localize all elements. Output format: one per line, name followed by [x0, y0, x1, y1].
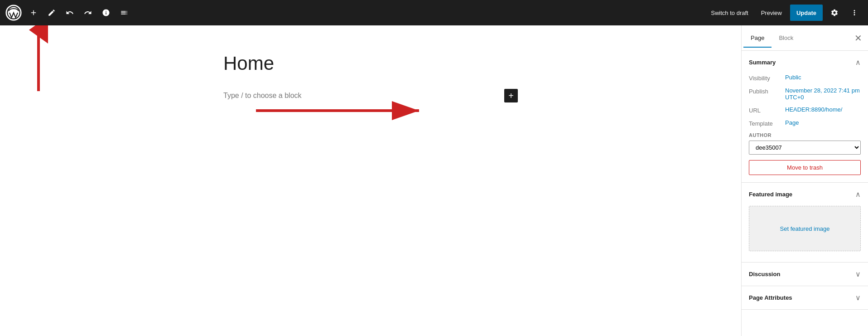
- url-row: URL HEADER:8890/home/: [749, 106, 861, 114]
- inline-add-block-button[interactable]: +: [504, 89, 518, 102]
- move-to-trash-button[interactable]: Move to trash: [749, 160, 861, 175]
- author-select[interactable]: dee35007: [749, 141, 861, 155]
- featured-image-section: Featured image ∧ Set featured image: [742, 183, 868, 263]
- featured-image-toggle-icon: ∧: [855, 190, 861, 199]
- summary-title: Summary: [749, 59, 776, 66]
- discussion-section: Discussion ∨: [742, 263, 868, 286]
- page-attributes-title: Page Attributes: [749, 294, 792, 301]
- page-attributes-section: Page Attributes ∨: [742, 286, 868, 310]
- page-attributes-toggle-icon: ∨: [855, 293, 861, 302]
- url-label: URL: [749, 106, 785, 114]
- publish-label: Publish: [749, 87, 785, 95]
- list-view-button[interactable]: [116, 5, 132, 21]
- wp-logo[interactable]: [5, 5, 22, 21]
- editor-wrapper: Home Type / to choose a block +: [0, 25, 741, 336]
- info-button[interactable]: [98, 5, 114, 21]
- discussion-toggle-icon: ∨: [855, 270, 861, 278]
- template-label: Template: [749, 119, 785, 127]
- toolbar-right: Switch to draft Preview Update: [706, 5, 863, 21]
- summary-section: Summary ∧ Visibility Public Publish Nove…: [742, 51, 868, 183]
- template-row: Template Page: [749, 119, 861, 127]
- featured-image-section-header[interactable]: Featured image ∧: [742, 183, 868, 206]
- toolbar-left: [5, 5, 132, 21]
- discussion-section-header[interactable]: Discussion ∨: [742, 263, 868, 286]
- author-label: AUTHOR: [749, 132, 861, 138]
- block-placeholder-text[interactable]: Type / to choose a block: [223, 92, 501, 100]
- visibility-row: Visibility Public: [749, 74, 861, 82]
- summary-section-body: Visibility Public Publish November 28, 2…: [742, 74, 868, 182]
- discussion-title: Discussion: [749, 271, 780, 278]
- sidebar-close-button[interactable]: ✕: [850, 30, 866, 46]
- page-attributes-section-header[interactable]: Page Attributes ∨: [742, 286, 868, 309]
- add-block-button[interactable]: [25, 5, 42, 21]
- settings-button[interactable]: [826, 5, 843, 21]
- visibility-label: Visibility: [749, 74, 785, 82]
- set-featured-image-text[interactable]: Set featured image: [780, 225, 830, 232]
- publish-row: Publish November 28, 2022 7:41 pm UTC+0: [749, 87, 861, 101]
- url-value[interactable]: HEADER:8890/home/: [785, 106, 842, 113]
- tab-page[interactable]: Page: [743, 29, 772, 48]
- featured-image-area[interactable]: Set featured image: [749, 206, 861, 251]
- preview-button[interactable]: Preview: [757, 5, 786, 21]
- more-tools-button[interactable]: [846, 5, 863, 21]
- toolbar: Switch to draft Preview Update: [0, 0, 868, 25]
- featured-image-title: Featured image: [749, 191, 792, 198]
- undo-button[interactable]: [62, 5, 78, 21]
- visibility-value[interactable]: Public: [785, 74, 801, 81]
- edit-button[interactable]: [43, 5, 60, 21]
- publish-value[interactable]: November 28, 2022 7:41 pm UTC+0: [785, 87, 861, 101]
- template-value[interactable]: Page: [785, 119, 799, 126]
- summary-toggle-icon: ∧: [855, 58, 861, 67]
- sidebar: Page Block ✕ Summary ∧ Visibility Public…: [741, 25, 868, 336]
- tab-block[interactable]: Block: [772, 29, 800, 48]
- page-title[interactable]: Home: [223, 53, 518, 74]
- editor-content: Home Type / to choose a block +: [223, 53, 518, 106]
- featured-image-section-body: Set featured image: [742, 206, 868, 262]
- editor-area[interactable]: Home Type / to choose a block +: [0, 25, 741, 336]
- update-button[interactable]: Update: [790, 5, 823, 21]
- summary-section-header[interactable]: Summary ∧: [742, 51, 868, 74]
- sidebar-tabs: Page Block ✕: [742, 25, 868, 51]
- switch-to-draft-button[interactable]: Switch to draft: [706, 5, 752, 21]
- block-placeholder-row: Type / to choose a block +: [223, 85, 518, 106]
- redo-button[interactable]: [80, 5, 96, 21]
- main-layout: Home Type / to choose a block + Page Blo…: [0, 25, 868, 336]
